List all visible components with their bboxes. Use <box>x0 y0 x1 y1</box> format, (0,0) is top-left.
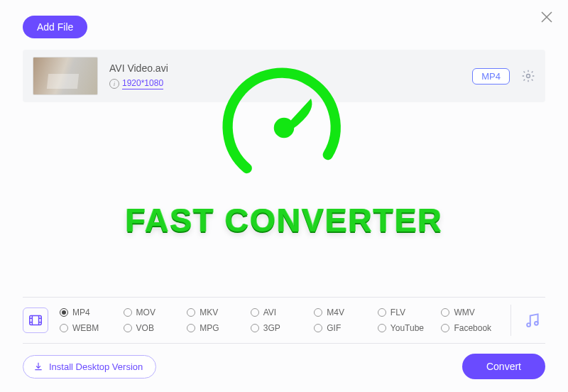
format-option-facebook[interactable]: Facebook <box>441 323 499 333</box>
format-label: MPG <box>200 323 219 333</box>
radio-icon <box>60 324 68 332</box>
radio-icon <box>60 308 68 317</box>
format-option-vob[interactable]: VOB <box>124 323 182 333</box>
format-option-youtube[interactable]: YouTube <box>378 323 436 333</box>
file-resolution[interactable]: 1920*1080 <box>122 78 163 89</box>
info-icon: i <box>109 79 119 89</box>
format-option-mpg[interactable]: MPG <box>187 323 245 333</box>
radio-icon <box>378 308 386 317</box>
install-desktop-button[interactable]: Install Desktop Version <box>23 355 156 379</box>
format-option-webm[interactable]: WEBM <box>60 323 118 333</box>
format-option-mov[interactable]: MOV <box>124 307 182 317</box>
svg-rect-2 <box>30 316 42 325</box>
format-label: MOV <box>136 307 155 317</box>
radio-icon <box>124 324 132 332</box>
svg-point-0 <box>527 75 530 78</box>
format-label: AVI <box>263 307 276 317</box>
format-option-mp4[interactable]: MP4 <box>60 307 118 317</box>
format-label: 3GP <box>263 323 280 333</box>
format-label: M4V <box>327 307 344 317</box>
format-label: Facebook <box>454 323 491 333</box>
radio-icon <box>378 324 386 332</box>
format-label: MP4 <box>72 307 90 317</box>
radio-icon <box>441 308 449 317</box>
radio-icon <box>251 324 259 332</box>
format-label: WMV <box>454 307 474 317</box>
file-info: AVI Video.avi i 1920*1080 <box>109 62 461 89</box>
file-name: AVI Video.avi <box>109 62 461 74</box>
divider <box>510 305 511 336</box>
radio-icon <box>314 324 322 332</box>
add-file-button[interactable]: Add File <box>23 16 87 38</box>
format-option-wmv[interactable]: WMV <box>441 307 499 317</box>
radio-icon <box>124 308 132 317</box>
audio-category-icon[interactable] <box>520 307 545 333</box>
format-option-avi[interactable]: AVI <box>251 307 309 317</box>
radio-icon <box>441 324 449 332</box>
convert-button[interactable]: Convert <box>462 354 545 379</box>
format-grid: MP4MOVMKVAVIM4VFLVWMVWEBMVOBMPG3GPGIFYou… <box>57 307 502 333</box>
radio-icon <box>187 324 195 332</box>
install-desktop-label: Install Desktop Version <box>49 361 143 372</box>
format-label: FLV <box>390 307 405 317</box>
format-panel: MP4MOVMKVAVIM4VFLVWMVWEBMVOBMPG3GPGIFYou… <box>23 297 545 344</box>
format-option-mkv[interactable]: MKV <box>187 307 245 317</box>
radio-icon <box>314 308 322 317</box>
format-option-flv[interactable]: FLV <box>378 307 436 317</box>
output-format-badge[interactable]: MP4 <box>472 68 510 85</box>
format-option-gif[interactable]: GIF <box>314 323 372 333</box>
gear-icon[interactable] <box>521 69 535 83</box>
video-thumbnail <box>33 57 98 95</box>
video-category-icon[interactable] <box>23 307 48 333</box>
format-label: YouTube <box>390 323 424 333</box>
svg-point-3 <box>527 323 530 327</box>
svg-point-4 <box>535 322 538 325</box>
file-row: AVI Video.avi i 1920*1080 MP4 <box>23 50 545 102</box>
format-label: WEBM <box>72 323 99 333</box>
format-label: MKV <box>200 307 218 317</box>
radio-icon <box>251 308 259 317</box>
format-label: GIF <box>327 323 341 333</box>
radio-icon <box>187 308 195 317</box>
format-option-3gp[interactable]: 3GP <box>251 323 309 333</box>
close-icon[interactable] <box>538 9 555 26</box>
format-option-m4v[interactable]: M4V <box>314 307 372 317</box>
format-label: VOB <box>136 323 154 333</box>
